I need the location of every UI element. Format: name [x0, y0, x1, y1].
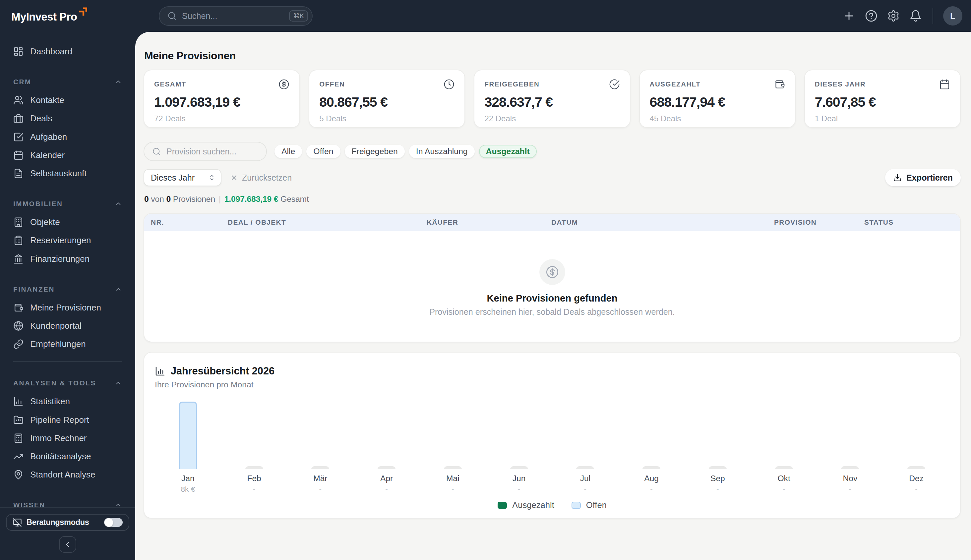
month-label: Mai [420, 474, 486, 483]
bar-feb[interactable] [245, 466, 263, 469]
sidebar-item-kontakte[interactable]: Kontakte [8, 91, 127, 109]
month-label: Feb [221, 474, 287, 483]
settings-button[interactable] [887, 10, 900, 22]
stat-value: 688.177,94 € [650, 95, 785, 110]
stat-sub: 5 Deals [319, 114, 454, 123]
link-icon [13, 339, 23, 349]
export-button[interactable]: Exportieren [885, 169, 961, 186]
sidebar-item-pipeline-report[interactable]: Pipeline Report [8, 410, 127, 429]
filter-pill-alle[interactable]: Alle [275, 145, 302, 158]
brand-name: MyInvest Pro [11, 11, 77, 22]
sidebar-item-deals[interactable]: Deals [8, 109, 127, 128]
filter-row: Provision suchen... AlleOffenFreigegeben… [143, 142, 961, 161]
bar-apr[interactable] [378, 466, 395, 469]
sidebar-item-kundenportal[interactable]: Kundenportal [8, 317, 127, 335]
consult-mode-label: Beratungsmodus [27, 518, 100, 527]
month-label: Apr [354, 474, 420, 483]
stat-sub: 1 Deal [815, 114, 950, 123]
legend-label: Ausgezahlt [512, 500, 554, 510]
users-icon [13, 95, 23, 105]
sidebar-section-analysen-tools[interactable]: ANALYSEN & TOOLS [8, 378, 127, 388]
filter-pill-offen[interactable]: Offen [306, 145, 340, 158]
add-button[interactable] [843, 10, 855, 22]
sidebar-item-objekte[interactable]: Objekte [8, 213, 127, 231]
filter-pill-in-auszahlung[interactable]: In Auszahlung [409, 145, 475, 158]
reset-filters-button[interactable]: Zurücksetzen [230, 173, 292, 183]
global-search-input[interactable]: Suchen... ⌘K [159, 6, 313, 26]
search-shortcut-badge: ⌘K [289, 10, 308, 22]
download-icon [893, 173, 902, 182]
month-value: - [618, 485, 684, 494]
trending-up-icon [13, 451, 23, 462]
sidebar-section-crm[interactable]: CRM [8, 77, 127, 87]
month-label: Mär [287, 474, 354, 483]
clock-icon [444, 79, 454, 90]
sidebar-item-selbstauskunft[interactable]: Selbstauskunft [8, 164, 127, 183]
stat-card-gesamt: GESAMT1.097.683,19 €72 Deals [143, 70, 300, 128]
bar-jul[interactable] [576, 466, 594, 469]
bar-okt[interactable] [775, 466, 793, 469]
chevrons-up-down-icon [208, 174, 215, 181]
logo[interactable]: MyInvest Pro [0, 0, 135, 32]
chart-column [420, 395, 486, 469]
sidebar-item-kalender[interactable]: Kalender [8, 146, 127, 164]
consult-mode-toggle[interactable] [104, 518, 123, 527]
sidebar-item-finanzierungen[interactable]: Finanzierungen [8, 250, 127, 268]
sidebar-item-label: Selbstauskunft [30, 168, 87, 178]
period-select[interactable]: Dieses Jahr [143, 169, 222, 186]
bar-dez[interactable] [908, 466, 925, 469]
stat-card-ausgezahlt: AUSGEZAHLT688.177,94 €45 Deals [639, 70, 796, 128]
month-value: 8k € [155, 485, 221, 494]
calendar-icon [939, 79, 950, 90]
sidebar-item-statistiken[interactable]: Statistiken [8, 392, 127, 410]
stat-label: GESAMT [154, 80, 186, 88]
bar-chart-icon [13, 396, 23, 407]
consult-mode-row: Beratungsmodus [6, 514, 129, 531]
provisions-table: NR.DEAL / OBJEKTKÄUFERDATUMPROVISIONSTAT… [143, 213, 961, 342]
clipboard-list-icon [13, 235, 23, 245]
sidebar-item-bonitaetsanalyse[interactable]: Bonitätsanalyse [8, 447, 127, 465]
bar-mai[interactable] [444, 466, 462, 469]
legend-item-offen: Offen [572, 500, 607, 510]
filter-pill-freigegeben[interactable]: Freigegeben [345, 145, 405, 158]
bar-jan[interactable] [179, 402, 197, 469]
chart-label-col: Jun- [486, 469, 552, 494]
section-label: ANALYSEN & TOOLS [13, 378, 96, 388]
export-label: Exportieren [906, 173, 953, 183]
chevron-up-icon [115, 379, 122, 387]
year-overview-card: Jahresübersicht 2026 Ihre Provisionen pr… [143, 352, 961, 518]
bar-aug[interactable] [642, 466, 661, 469]
chart-label-col: Mär- [287, 469, 354, 494]
chart-label-col: Feb- [221, 469, 287, 494]
sidebar-item-empfehlungen[interactable]: Empfehlungen [8, 335, 127, 353]
sidebar-item-label: Meine Provisionen [30, 303, 101, 313]
sidebar-item-reservierungen[interactable]: Reservierungen [8, 231, 127, 250]
results-summary: 0 von 0 Provisionen | 1.097.683,19 € Ges… [144, 195, 961, 204]
filter-pill-ausgezahlt[interactable]: Ausgezahlt [479, 145, 537, 158]
chart-label-col: Okt- [751, 469, 817, 494]
app: MyInvest Pro DashboardCRMKontakteDealsAu… [0, 0, 971, 560]
sidebar-item-aufgaben[interactable]: Aufgaben [8, 128, 127, 146]
total-word: Gesamt [280, 195, 309, 203]
bar-mär[interactable] [311, 466, 329, 469]
help-button[interactable] [865, 10, 878, 22]
bar-jun[interactable] [510, 466, 528, 469]
chart-column [287, 395, 354, 469]
sidebar-item-standort-analyse[interactable]: Standort Analyse [8, 465, 127, 484]
dashboard-icon [13, 47, 23, 57]
sidebar-item-label: Dashboard [30, 47, 72, 57]
bar-chart-icon [155, 366, 165, 377]
chart-column [486, 395, 552, 469]
sidebar-item-immo-rechner[interactable]: Immo Rechner [8, 429, 127, 447]
bar-nov[interactable] [841, 466, 859, 469]
notifications-button[interactable] [909, 10, 922, 22]
avatar[interactable]: L [943, 6, 963, 25]
sidebar-item-dashboard[interactable]: Dashboard [8, 42, 127, 61]
bar-sep[interactable] [709, 466, 727, 469]
sidebar-collapse-button[interactable] [59, 536, 76, 553]
provision-search-input[interactable]: Provision suchen... [143, 142, 267, 161]
sidebar-section-immobilien[interactable]: IMMOBILIEN [8, 199, 127, 208]
sidebar-item-meine-provisionen[interactable]: Meine Provisionen [8, 298, 127, 317]
bar-chart-icon [155, 366, 165, 377]
sidebar-section-finanzen[interactable]: FINANZEN [8, 285, 127, 294]
